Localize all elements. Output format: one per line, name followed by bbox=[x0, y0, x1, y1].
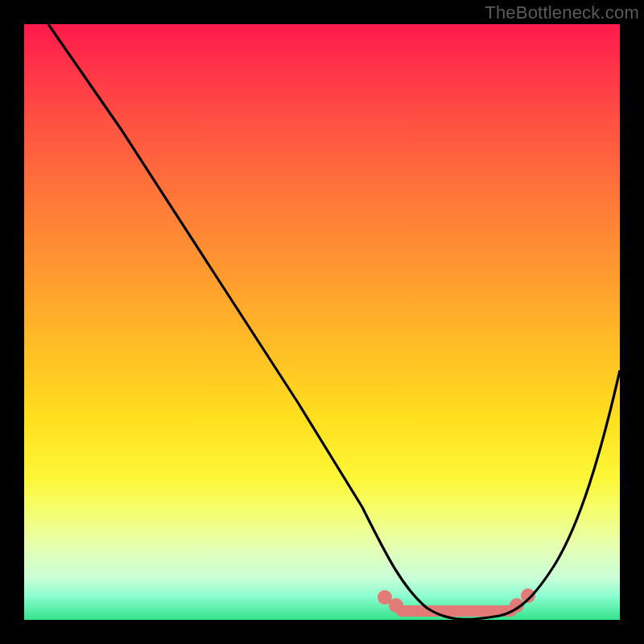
chart-area bbox=[24, 24, 620, 620]
chart-svg bbox=[24, 24, 620, 620]
bottleneck-curve-path bbox=[48, 24, 620, 619]
watermark-text: TheBottleneck.com bbox=[485, 2, 639, 23]
